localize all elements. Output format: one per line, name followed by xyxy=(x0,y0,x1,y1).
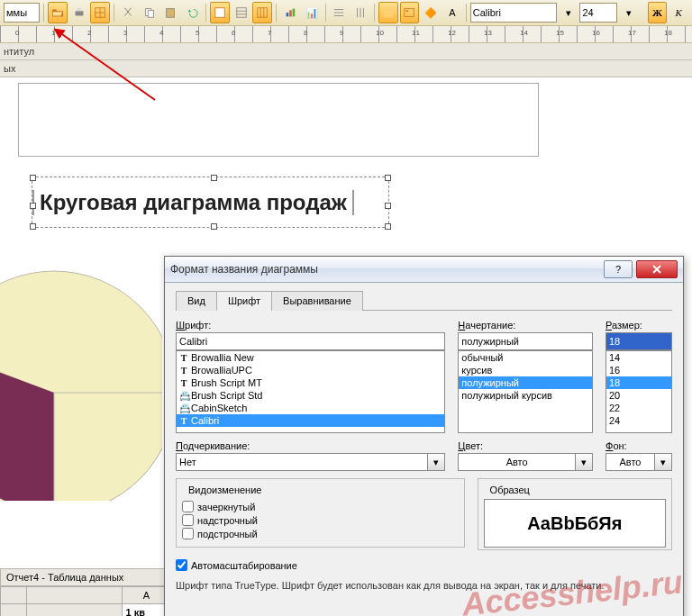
style-input[interactable] xyxy=(458,332,593,350)
underline-combo[interactable]: ▾ xyxy=(176,453,445,471)
underline-label: Подчеркивание: xyxy=(176,440,445,451)
color-label: Цвет: xyxy=(458,440,593,451)
open-button[interactable] xyxy=(48,2,68,23)
help-button[interactable]: ? xyxy=(604,260,633,278)
font-combo[interactable] xyxy=(470,3,557,23)
svg-rect-24 xyxy=(383,8,393,18)
svg-rect-8 xyxy=(215,8,225,18)
svg-rect-6 xyxy=(148,10,153,17)
svg-rect-15 xyxy=(287,13,289,16)
font-label: Шрифт: xyxy=(176,320,445,331)
svg-rect-7 xyxy=(167,9,175,18)
view-combo[interactable] xyxy=(4,3,40,23)
tab-font[interactable]: Шрифт xyxy=(216,291,272,311)
svg-rect-12 xyxy=(258,8,268,18)
close-button[interactable] xyxy=(636,260,678,278)
chart-button-2[interactable]: 📊 xyxy=(302,2,322,23)
chart-title-box[interactable]: Круговая диаграмма продаж xyxy=(32,177,389,228)
data-table[interactable]: A 1 кв 1Восток 2Запад 3Север 4 5 xyxy=(0,586,171,616)
svg-rect-25 xyxy=(405,9,414,17)
font-dropdown[interactable]: ▾ xyxy=(559,2,578,23)
bg-label: Фон: xyxy=(606,440,672,451)
font-input[interactable] xyxy=(176,332,445,350)
svg-rect-16 xyxy=(289,10,292,16)
style-label: Начертание: xyxy=(458,320,593,331)
main-toolbar: 📊 🔶 A ▾ ▾ Ж K xyxy=(0,0,692,26)
annotation-arrow xyxy=(47,23,164,104)
size-dropdown[interactable]: ▾ xyxy=(619,2,639,23)
size-label: Размер: xyxy=(606,320,672,331)
dialog-tabs: Вид Шрифт Выравнивание xyxy=(176,290,672,311)
data-sheet-title: Отчет4 - Таблица данных xyxy=(0,568,171,586)
color-combo[interactable]: ▾ xyxy=(458,453,593,471)
svg-line-27 xyxy=(59,32,155,100)
svg-rect-1 xyxy=(77,8,81,12)
size-combo[interactable] xyxy=(579,3,617,23)
undo-button[interactable] xyxy=(182,2,202,23)
tab-view[interactable]: Вид xyxy=(176,291,217,311)
copy-button[interactable] xyxy=(140,2,159,23)
dialog-titlebar[interactable]: Формат названия диаграммы ? xyxy=(165,257,683,283)
style-list[interactable]: обычный курсив полужирный полужирный кур… xyxy=(458,350,593,433)
bold-button[interactable]: Ж xyxy=(648,2,668,23)
bg-combo[interactable]: ▾ xyxy=(606,453,672,471)
paste-button[interactable] xyxy=(161,2,181,23)
data-sheet: Отчет4 - Таблица данных A 1 кв 1Восток 2… xyxy=(0,568,171,616)
print-button[interactable] xyxy=(69,2,89,23)
table-button-2[interactable] xyxy=(232,2,251,23)
size-list[interactable]: 14 16 18 20 22 24 xyxy=(606,350,672,433)
cut-button[interactable] xyxy=(118,2,138,23)
svg-rect-26 xyxy=(406,10,409,12)
strike-check[interactable]: зачеркнутый xyxy=(182,501,459,512)
chart-button-1[interactable] xyxy=(280,2,300,23)
size-input[interactable] xyxy=(606,332,672,350)
chart-title-text: Круговая диаграмма продаж xyxy=(32,190,354,215)
rows-button[interactable] xyxy=(329,2,349,23)
svg-rect-0 xyxy=(75,11,83,15)
font-hint: Шрифт типа TrueType. Шрифт будет использ… xyxy=(176,580,672,591)
grid-button[interactable] xyxy=(90,2,110,23)
table-button-3[interactable] xyxy=(252,2,272,23)
svg-rect-9 xyxy=(236,8,246,18)
italic-button[interactable]: K xyxy=(669,2,688,23)
dialog-title: Формат названия диаграммы xyxy=(170,263,600,276)
text-button[interactable]: A xyxy=(442,2,462,23)
format-title-dialog: Формат названия диаграммы ? Вид Шрифт Вы… xyxy=(164,256,684,616)
sub-check[interactable]: подстрочный xyxy=(182,528,459,539)
sample-group: Образец АаBbБбЯя xyxy=(478,478,672,550)
shape-button[interactable]: 🔶 xyxy=(421,2,441,23)
table-button-1[interactable] xyxy=(210,2,230,23)
fill-button[interactable] xyxy=(378,2,398,23)
pie-chart xyxy=(0,267,162,501)
tab-align[interactable]: Выравнивание xyxy=(271,291,363,311)
svg-rect-17 xyxy=(293,9,296,17)
legend-button[interactable] xyxy=(400,2,420,23)
design-canvas: Круговая диаграмма продаж Отчет4 - Табли… xyxy=(0,77,692,616)
font-list[interactable]: TBrowallia New TBrowalliaUPC TBrush Scri… xyxy=(176,350,445,433)
cols-button[interactable] xyxy=(351,2,370,23)
sample-preview: АаBbБбЯя xyxy=(484,499,666,548)
autoscale-check[interactable]: Автомасштабирование xyxy=(176,559,672,571)
effects-group: Видоизменение зачеркнутый надстрочный по… xyxy=(176,478,465,548)
super-check[interactable]: надстрочный xyxy=(182,514,459,526)
